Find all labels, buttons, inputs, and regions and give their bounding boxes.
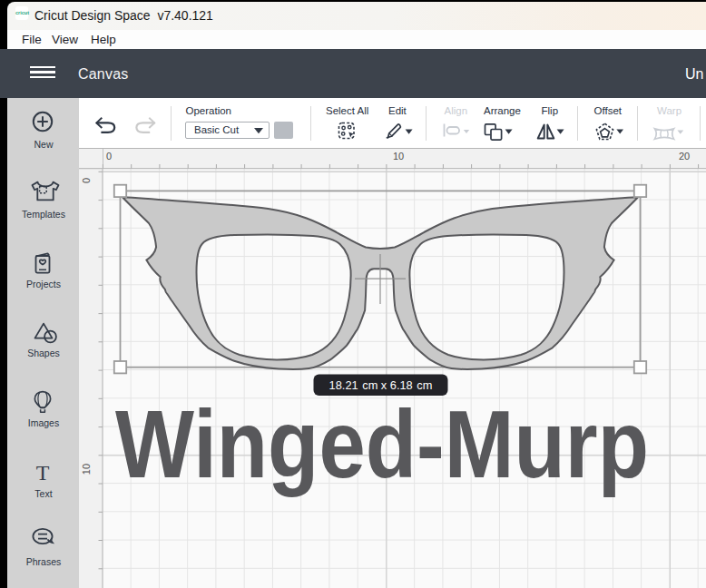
svg-text:Winged-Murp: Winged-Murp xyxy=(115,390,649,498)
svg-text:18.21 cm x 6.18 cm: 18.21 cm x 6.18 cm xyxy=(329,378,433,392)
svg-text:T: T xyxy=(36,461,50,485)
